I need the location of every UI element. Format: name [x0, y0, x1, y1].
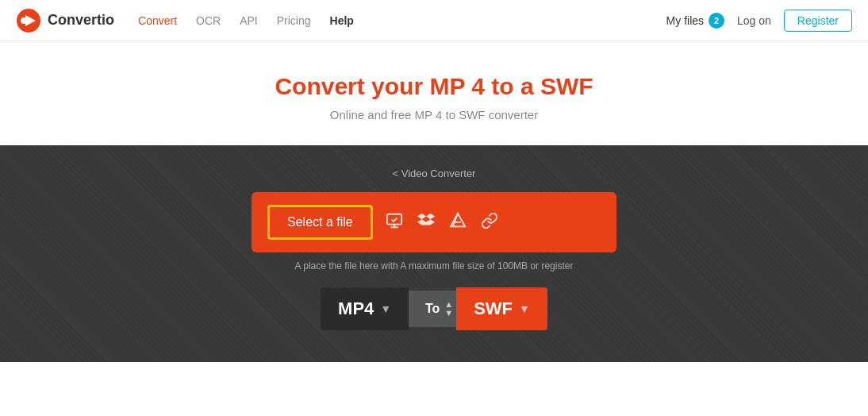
dropbox-icon[interactable] — [417, 212, 435, 233]
breadcrumb-link[interactable]: < Video Converter — [393, 168, 476, 179]
select-file-button[interactable]: Select a file — [267, 205, 373, 240]
hero-subtitle: Online and free MP 4 to SWF converter — [16, 108, 852, 121]
nav-pricing[interactable]: Pricing — [277, 14, 311, 27]
hero-title: Convert your MP 4 to a SWF — [16, 73, 852, 100]
nav-right: My files 2 Log on Register — [666, 10, 852, 32]
to-format-chevron: ▼ — [519, 302, 530, 315]
breadcrumb: < Video Converter — [0, 161, 868, 192]
register-button[interactable]: Register — [784, 10, 852, 32]
to-separator: To ▲▼ — [409, 291, 456, 327]
format-selector: MP4 ▼ To ▲▼ SWF ▼ — [321, 287, 547, 330]
logo-icon — [16, 8, 41, 33]
my-files-area[interactable]: My files 2 — [666, 13, 724, 29]
link-icon[interactable] — [481, 212, 498, 233]
to-arrows: ▲▼ — [444, 300, 453, 318]
svg-rect-3 — [387, 214, 401, 224]
to-label: To — [425, 302, 440, 316]
upload-icons — [386, 212, 498, 233]
nav-ocr[interactable]: OCR — [196, 14, 221, 27]
drop-hint: A place the file here with A maximum fil… — [295, 260, 574, 272]
converter-section: < Video Converter Select a file — [0, 145, 868, 362]
from-format-label: MP4 — [338, 299, 374, 319]
nav-help[interactable]: Help — [330, 14, 354, 27]
to-format-button[interactable]: SWF ▼ — [456, 287, 547, 330]
my-files-badge: 2 — [709, 13, 724, 29]
nav-api[interactable]: API — [240, 14, 258, 27]
hero-section: Convert your MP 4 to a SWF Online and fr… — [0, 41, 868, 145]
url-upload-icon[interactable] — [386, 212, 403, 233]
logo[interactable]: Convertio — [16, 8, 114, 33]
svg-point-2 — [21, 17, 27, 24]
from-format-button[interactable]: MP4 ▼ — [321, 287, 409, 330]
my-files-label[interactable]: My files — [666, 14, 704, 27]
google-drive-icon[interactable] — [449, 212, 467, 233]
nav-convert[interactable]: Convert — [138, 14, 177, 27]
navbar: Convertio Convert OCR API Pricing Help M… — [0, 0, 868, 41]
upload-box: Select a file — [252, 192, 616, 252]
from-format-chevron: ▼ — [380, 302, 391, 315]
logo-text: Convertio — [48, 12, 114, 29]
to-format-label: SWF — [474, 299, 513, 319]
logon-link[interactable]: Log on — [737, 14, 771, 27]
nav-links: Convert OCR API Pricing Help — [138, 14, 666, 27]
